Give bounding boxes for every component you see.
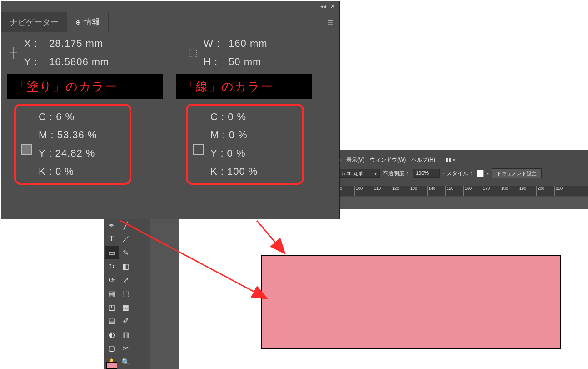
opacity-chevron-icon[interactable]: › [443,171,444,176]
dimension-w: W : 160 mm [204,38,268,50]
opacity-value[interactable]: 100% [413,169,440,178]
ruler-tick-label: 160 [465,186,472,191]
style-chevron-icon[interactable]: ▾ [487,171,489,176]
ruler-tick-label: 140 [429,186,435,191]
rectangle-tool-icon[interactable]: ▭ [105,246,119,259]
canvas-area[interactable] [150,197,588,369]
stroke-c: C : 0 % [210,111,294,123]
column-graph-tool-icon[interactable]: ▥ [119,328,133,341]
shape-builder-tool-icon[interactable]: ⬚ [119,287,133,300]
tool-panel: ✒╱ T／ ▭✎ ↻◧ ⟳⤢ ▦⬚ ◳▦ ▤✐ ◐▥ ▢✂ ✋🔍 [105,218,133,369]
artboard[interactable] [179,209,588,369]
dimension-h: H : 50 mm [204,56,268,68]
document-setup-button[interactable]: ドキュメント設定 [492,168,542,178]
fill-cmyk-block: C : 6 % M : 53.36 % Y : 24.82 % K : 0 % [14,104,131,185]
mesh-tool-icon[interactable]: ▦ [119,300,133,314]
slice-tool-icon[interactable]: ✂ [119,341,133,355]
type-tool-icon[interactable]: T [105,232,119,246]
scale-tool-icon[interactable]: ⤢ [119,273,133,287]
perspective-tool-icon[interactable]: ◳ [105,300,119,314]
opacity-label: 不透明度： [383,170,410,177]
fill-k: K : 0 % [39,166,121,177]
blend-tool-icon[interactable]: ◐ [105,328,119,341]
fill-y: Y : 24.82 % [39,147,121,159]
stroke-color-label: 「線」のカラー [176,74,312,99]
crosshair-icon: ⊕ [75,19,81,26]
tab-navigator[interactable]: ナビゲーター [1,12,67,32]
ruler-tick-label: 210 [556,186,563,191]
ruler-tick-label: 190 [519,186,526,191]
stroke-m: M : 0 % [210,129,294,141]
ruler-tick-label: 120 [392,186,399,191]
curvature-tool-icon[interactable]: ✒ [105,218,119,232]
fill-m: M : 53.36 % [39,129,121,141]
ruler-tick-label: 200 [538,186,544,191]
fill-c: C : 6 % [39,111,121,123]
menu-bar: ) 表示(V) ウィンドウ(W) ヘルプ(H) ▮▮ ▾ [336,154,588,166]
ruler-tick-label: 100 [356,186,363,191]
info-panel: ◂◂ ✕ ナビゲーター ⊕情報 ≡ ┼ X : 28.175 mm Y : 16… [1,1,340,219]
stroke-y: Y : 0 % [210,147,294,159]
zoom-tool-icon[interactable]: 🔍 [119,355,133,369]
workspace-icon[interactable]: ▮▮ ▾ [445,157,455,163]
ruler-tick-label: 110 [374,186,381,191]
horizontal-ruler: 90 100 110 120 130 140 150 160 170 180 1… [336,186,588,196]
eraser-tool-icon[interactable]: ◧ [119,259,133,273]
width-tool-icon[interactable]: ⟳ [105,273,119,287]
control-bar: 5 pt. 丸筆▾ 不透明度： 100% › スタイル： ▾ ドキュメント設定 [336,167,588,180]
fill-color-label: 「塗り」のカラー [7,74,163,99]
style-swatch[interactable] [477,170,484,177]
fill-swatch-icon [21,144,32,155]
stroke-k: K : 100 % [210,166,294,177]
position-crosshair-icon: ┼ [7,46,20,59]
eyedropper-tool-icon[interactable]: ✐ [119,314,133,328]
ruler-tick-label: 130 [410,186,417,191]
close-icon[interactable]: ✕ [330,3,335,10]
rotate-tool-icon[interactable]: ↻ [105,259,119,273]
tab-info[interactable]: ⊕情報 [67,12,109,33]
stroke-cmyk-block: C : 0 % M : 0 % Y : 0 % K : 100 % [186,104,304,185]
fill-color-swatch[interactable] [106,362,117,369]
panel-menu-icon[interactable]: ≡ [327,16,333,28]
free-transform-tool-icon[interactable]: ▦ [105,287,119,300]
gradient-tool-icon[interactable]: ▤ [105,314,119,328]
paintbrush-tool-icon[interactable]: ✎ [119,246,133,259]
line-tool-icon[interactable]: ╱ [119,218,133,232]
selected-rectangle[interactable] [261,255,561,349]
ruler-tick-label: 150 [447,186,453,191]
line-segment-tool-icon[interactable]: ／ [119,232,133,246]
brush-select[interactable]: 5 pt. 丸筆▾ [339,169,380,178]
ruler-tick-label: 170 [483,186,490,191]
collapse-icon[interactable]: ◂◂ [320,3,326,10]
style-label: スタイル： [447,170,474,177]
stroke-swatch-icon [193,144,204,155]
artboard-tool-icon[interactable]: ▢ [105,341,119,355]
menu-window[interactable]: ウィンドウ(W) [370,156,406,164]
position-x: X : 28.175 mm [24,38,109,50]
ruler-tick-label: 180 [501,186,508,191]
position-y: Y : 16.5806 mm [24,56,109,68]
dimensions-icon: ⬚ [186,46,199,59]
menu-help[interactable]: ヘルプ(H) [411,156,435,164]
menu-view[interactable]: 表示(V) [346,156,364,164]
